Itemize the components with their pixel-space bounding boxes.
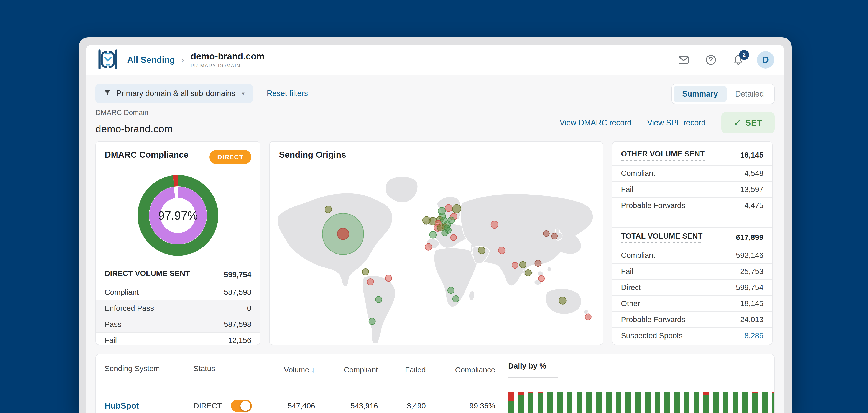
origin-marker[interactable] bbox=[445, 204, 452, 212]
col-compliant[interactable]: Compliant bbox=[315, 366, 378, 374]
caret-down-icon: ▾ bbox=[242, 90, 245, 97]
compliance-value: 99.36% bbox=[426, 402, 495, 410]
daily-bar-pass bbox=[586, 392, 592, 413]
origin-marker[interactable] bbox=[525, 269, 531, 276]
origin-marker[interactable] bbox=[478, 247, 485, 254]
origin-marker[interactable] bbox=[367, 279, 374, 285]
dmarcian-logo bbox=[96, 47, 120, 72]
row-label: Compliant bbox=[621, 169, 655, 178]
origin-marker[interactable] bbox=[325, 206, 332, 213]
section-value: 617,899 bbox=[736, 233, 764, 242]
daily-bar-pass bbox=[616, 392, 621, 413]
breadcrumb-chevron-icon: › bbox=[181, 55, 184, 64]
direct-volume-header-value: 599,754 bbox=[224, 270, 251, 279]
table-row-hubspot: HubSpot DIRECT 547,406 543,916 3,490 99.… bbox=[96, 384, 774, 413]
daily-bar-pass bbox=[772, 392, 775, 413]
origin-marker[interactable] bbox=[385, 275, 392, 282]
domain-row: DMARC Domain demo-brand.com View DMARC r… bbox=[95, 108, 775, 135]
daily-bar bbox=[537, 392, 543, 413]
help-icon[interactable] bbox=[705, 54, 717, 66]
breadcrumb-all-sending[interactable]: All Sending bbox=[127, 55, 175, 65]
row-label: Fail bbox=[104, 336, 117, 345]
daily-bar bbox=[635, 392, 641, 413]
daily-bar-pass bbox=[655, 392, 660, 413]
daily-bar-pass bbox=[528, 393, 533, 413]
daily-bar bbox=[752, 392, 758, 413]
origin-marker[interactable] bbox=[362, 268, 369, 275]
daily-bar-pass bbox=[645, 392, 651, 413]
check-icon: ✓ bbox=[734, 118, 741, 128]
domain-scope-dropdown[interactable]: Primary domain & all sub-domains ▾ bbox=[95, 84, 253, 103]
compliant-value: 543,916 bbox=[315, 402, 378, 410]
origin-marker[interactable] bbox=[559, 297, 566, 304]
origin-marker[interactable] bbox=[429, 231, 436, 238]
row-label: Compliant bbox=[621, 251, 655, 260]
section-value: 18,145 bbox=[740, 151, 764, 159]
origin-marker[interactable] bbox=[375, 296, 382, 303]
origin-marker[interactable] bbox=[448, 287, 454, 294]
world-map[interactable] bbox=[274, 170, 598, 343]
toggle-knob bbox=[241, 401, 250, 411]
row-value: 4,475 bbox=[744, 201, 764, 210]
daily-bar bbox=[547, 392, 553, 413]
row-value: 24,013 bbox=[740, 315, 764, 324]
daily-bar bbox=[518, 392, 524, 413]
row-value: 4,548 bbox=[744, 169, 764, 178]
daily-bar bbox=[733, 392, 738, 413]
tab-detailed[interactable]: Detailed bbox=[726, 86, 773, 102]
origin-marker[interactable] bbox=[442, 230, 448, 236]
origin-marker[interactable] bbox=[451, 235, 457, 241]
origin-marker[interactable] bbox=[551, 233, 557, 239]
view-dmarc-record-link[interactable]: View DMARC record bbox=[560, 118, 631, 127]
origin-marker[interactable] bbox=[538, 276, 545, 282]
origin-marker-core[interactable] bbox=[337, 228, 349, 240]
col-status[interactable]: Status bbox=[193, 364, 215, 376]
origin-marker[interactable] bbox=[491, 221, 498, 228]
row-value: 599,754 bbox=[736, 283, 764, 292]
table-row: Compliant587,598 bbox=[96, 284, 260, 300]
origin-marker[interactable] bbox=[453, 204, 461, 213]
table-row: Fail25,753 bbox=[612, 263, 772, 279]
row-value: 12,156 bbox=[228, 336, 251, 345]
mail-icon[interactable] bbox=[678, 54, 690, 66]
col-daily-by-percent: Daily by % bbox=[495, 361, 775, 378]
origin-marker[interactable] bbox=[369, 318, 375, 324]
table-row: Fail12,156 bbox=[96, 332, 260, 345]
reset-filters-link[interactable]: Reset filters bbox=[267, 89, 308, 98]
set-button[interactable]: ✓ SET bbox=[721, 112, 775, 133]
col-volume[interactable]: Volume↓ bbox=[265, 366, 315, 374]
suspected-spoofs-link[interactable]: 8,285 bbox=[744, 331, 764, 340]
app-frame: All Sending › demo-brand.com PRIMARY DOM… bbox=[86, 45, 784, 413]
tab-summary[interactable]: Summary bbox=[674, 86, 726, 102]
origin-marker[interactable] bbox=[453, 296, 459, 302]
daily-bar-pass bbox=[713, 392, 719, 413]
sending-system-link[interactable]: HubSpot bbox=[104, 401, 139, 411]
set-button-label: SET bbox=[745, 118, 762, 128]
cards-row: DMARC Compliance DIRECT 97.97% DIR bbox=[95, 141, 775, 345]
daily-bar-pass bbox=[606, 392, 612, 413]
daily-bar-pass bbox=[577, 392, 582, 413]
daily-scroll-indicator[interactable] bbox=[508, 377, 558, 378]
origin-marker[interactable] bbox=[498, 247, 505, 254]
daily-bar bbox=[762, 392, 768, 413]
avatar[interactable]: D bbox=[757, 51, 774, 68]
daily-bar bbox=[742, 392, 748, 413]
bell-icon[interactable]: 2 bbox=[732, 54, 744, 66]
col-compliance[interactable]: Compliance bbox=[426, 366, 495, 374]
origin-marker[interactable] bbox=[425, 243, 432, 250]
col-sending-system[interactable]: Sending System bbox=[104, 364, 160, 376]
origin-marker[interactable] bbox=[520, 262, 526, 268]
daily-bar-chart[interactable] bbox=[495, 384, 775, 413]
origin-marker[interactable] bbox=[512, 262, 518, 268]
origin-marker[interactable] bbox=[585, 314, 591, 320]
status-cell: DIRECT bbox=[193, 400, 265, 412]
direct-toggle[interactable] bbox=[231, 400, 252, 412]
view-spf-record-link[interactable]: View SPF record bbox=[647, 118, 706, 127]
col-failed[interactable]: Failed bbox=[378, 366, 426, 374]
origin-marker[interactable] bbox=[535, 260, 541, 266]
table-row: Other18,145 bbox=[612, 295, 772, 311]
daily-bar-pass bbox=[557, 392, 563, 413]
breadcrumb-domain-type: PRIMARY DOMAIN bbox=[190, 63, 265, 69]
daily-bar bbox=[616, 392, 621, 413]
origin-marker[interactable] bbox=[544, 230, 550, 237]
